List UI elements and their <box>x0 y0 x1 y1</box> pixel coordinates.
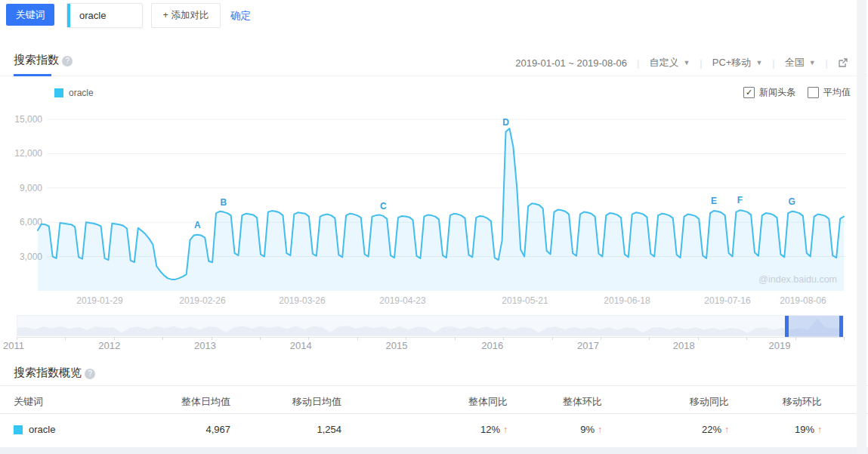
footer-strip <box>0 447 868 454</box>
timeline-selection[interactable] <box>785 316 843 337</box>
timeline-tick <box>844 337 845 340</box>
average-checkbox[interactable] <box>808 87 819 98</box>
x-axis-label: 2019-01-29 <box>76 295 123 306</box>
timeline-tick <box>308 337 309 340</box>
table-cell-4: 9%↑ <box>580 424 602 435</box>
help-icon[interactable]: ? <box>85 369 95 379</box>
region-dropdown[interactable]: 全国 ▼ <box>785 56 816 69</box>
timeline-tick <box>503 337 504 340</box>
timeline-tick <box>795 337 796 340</box>
year-label-2011: 2011 <box>3 340 24 351</box>
chart-controls: 2019-01-01 ~ 2019-08-06 | 自定义 ▼ | PC+移动 … <box>515 56 848 69</box>
device-label: PC+移动 <box>712 56 752 69</box>
year-label-2013: 2013 <box>194 340 216 351</box>
x-axis-label: 2019-03-26 <box>279 295 326 306</box>
legend-label: oracle <box>69 88 94 98</box>
overview-divider <box>0 385 868 386</box>
search-index-chart[interactable]: 15,00012,0009,0006,0003,000ABCDEFG2019-0… <box>0 106 868 313</box>
table-header-3: 整体同比 <box>468 395 508 409</box>
y-axis-label: 15,000 <box>14 114 42 125</box>
add-compare-button[interactable]: + 添加对比 <box>151 3 221 28</box>
news-marker-F[interactable]: F <box>737 195 743 205</box>
timeline-tick <box>114 337 115 340</box>
timeline-tick <box>162 337 163 340</box>
table-header-5: 移动同比 <box>690 395 729 409</box>
separator: | <box>826 57 828 69</box>
selection-left-handle[interactable] <box>785 316 789 337</box>
chevron-down-icon: ▼ <box>809 59 816 66</box>
x-axis-label: 2019-04-23 <box>379 295 426 306</box>
news-marker-E[interactable]: E <box>711 196 717 206</box>
separator: | <box>637 57 639 69</box>
panel-title: 搜索指数 ? <box>14 53 73 67</box>
y-axis-label: 12,000 <box>14 148 42 159</box>
keyword-input[interactable] <box>70 10 140 21</box>
timeline-slider-track[interactable] <box>17 315 844 336</box>
table-header-1: 整体日均值 <box>181 395 230 409</box>
news-marker-D[interactable]: D <box>502 117 509 128</box>
keyword-swatch <box>14 425 23 434</box>
table-header-2: 移动日均值 <box>292 395 341 409</box>
confirm-link[interactable]: 确定 <box>230 9 251 23</box>
timeline-tick <box>552 337 553 340</box>
chevron-down-icon: ▼ <box>683 59 690 66</box>
overview-title-text: 搜索指数概览 <box>14 366 82 378</box>
panel-title-text: 搜索指数 <box>14 53 59 66</box>
year-label-2016: 2016 <box>481 340 503 351</box>
chart-options: ✓ 新闻头条 平均值 <box>743 86 863 99</box>
table-cell-1: 4,967 <box>205 424 230 435</box>
device-dropdown[interactable]: PC+移动 ▼ <box>712 56 763 69</box>
year-label-2014: 2014 <box>290 340 312 351</box>
separator: | <box>700 57 702 69</box>
table-header-4: 整体环比 <box>563 395 602 409</box>
overview-title: 搜索指数概览 ? <box>14 366 95 380</box>
news-checkbox[interactable]: ✓ <box>743 87 755 98</box>
external-link-icon[interactable] <box>838 57 848 68</box>
news-marker-B[interactable]: B <box>221 197 227 208</box>
table-header-0: 关键词 <box>14 395 43 409</box>
legend-swatch <box>54 88 63 97</box>
year-label-2015: 2015 <box>386 340 408 351</box>
keyword-text: oracle <box>29 424 55 435</box>
table-header-6: 移动环比 <box>783 395 822 409</box>
news-marker-C[interactable]: C <box>380 201 387 212</box>
table-cell-3: 12%↑ <box>480 424 508 435</box>
watermark: @index.baidu.com <box>758 274 837 285</box>
timeline-tick <box>212 337 212 340</box>
table-cell-5: 22%↑ <box>702 424 729 435</box>
help-icon[interactable]: ? <box>62 56 73 66</box>
timeline-tick <box>406 337 406 340</box>
average-checkbox-label[interactable]: 平均值 <box>823 86 851 99</box>
timeline-tick <box>17 337 17 340</box>
x-axis-label: 2019-02-26 <box>179 295 226 306</box>
timeline-tick <box>649 337 650 340</box>
news-marker-G[interactable]: G <box>788 196 795 207</box>
timeline-tick <box>357 337 358 340</box>
news-marker-A[interactable]: A <box>194 220 201 230</box>
keyword-button[interactable]: 关键词 <box>6 4 54 26</box>
table-cell-keyword[interactable]: oracle <box>14 424 55 435</box>
range-mode-dropdown[interactable]: 自定义 ▼ <box>649 56 690 69</box>
y-axis-label: 9,000 <box>20 183 42 193</box>
x-axis-label: 2019-05-21 <box>502 295 548 306</box>
timeline-tick <box>698 337 699 340</box>
keyword-input-wrap <box>66 3 143 28</box>
up-arrow-icon: ↑ <box>817 425 822 435</box>
news-checkbox-label[interactable]: 新闻头条 <box>759 86 795 99</box>
x-axis-label: 2019-07-16 <box>704 295 751 306</box>
timeline-tick <box>746 337 747 340</box>
series-legend[interactable]: oracle <box>54 88 94 98</box>
active-tab-underline <box>14 74 51 76</box>
x-axis-label: 2019-06-18 <box>604 295 650 306</box>
series-area <box>38 128 844 291</box>
date-range[interactable]: 2019-01-01 ~ 2019-08-06 <box>515 57 627 69</box>
up-arrow-icon: ↑ <box>598 425 602 435</box>
y-axis-label: 6,000 <box>20 217 42 227</box>
timeline-tick <box>65 337 66 340</box>
vertical-scrollbar[interactable] <box>857 0 866 454</box>
table-cell-6: 19%↑ <box>795 424 822 435</box>
selection-right-handle[interactable] <box>839 316 843 337</box>
timeline-tick <box>601 337 601 340</box>
up-arrow-icon: ↑ <box>503 425 508 435</box>
year-label-2019: 2019 <box>769 340 791 351</box>
